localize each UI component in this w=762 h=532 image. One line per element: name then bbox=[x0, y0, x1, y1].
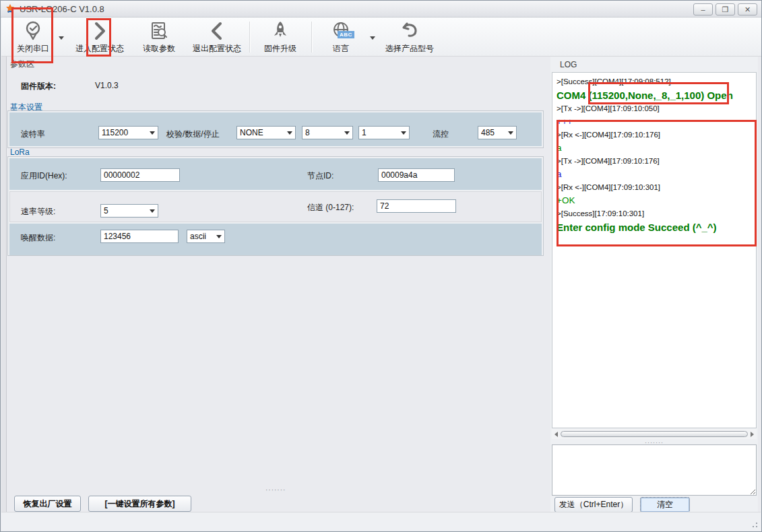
toolbar: 关闭串口 进入配置状态 读取参数 bbox=[1, 18, 762, 57]
restore-factory-button[interactable]: 恢复出厂设置 bbox=[14, 496, 81, 512]
language-button[interactable]: ABC 语言 bbox=[323, 19, 358, 55]
baud-rate-value: 115200 bbox=[102, 128, 147, 137]
enter-config-button[interactable]: 进入配置状态 bbox=[71, 19, 128, 55]
close-button[interactable]: ✕ bbox=[738, 3, 757, 15]
baud-rate-label: 波特率 bbox=[21, 129, 45, 140]
parity-select[interactable]: NONE bbox=[236, 126, 296, 139]
log-panel-title: LOG bbox=[550, 57, 758, 72]
resize-grip[interactable] bbox=[750, 520, 758, 528]
abc-badge: ABC bbox=[338, 31, 354, 38]
lora-row-2 bbox=[9, 191, 542, 222]
parity-data-stop-label: 校验/数据/停止 bbox=[166, 129, 220, 140]
toolbar-button-label: 关闭串口 bbox=[17, 43, 49, 55]
firmware-version-label: 固件版本: bbox=[21, 81, 56, 92]
app-logo-icon bbox=[5, 3, 15, 14]
send-button[interactable]: 发送（Ctrl+Enter） bbox=[554, 497, 633, 512]
node-id-label: 节点ID: bbox=[307, 170, 334, 182]
select-model-button[interactable]: 选择产品型号 bbox=[379, 19, 441, 55]
log-line: >[Success][COM4][17:09:08:512] bbox=[557, 77, 756, 86]
log-line: a bbox=[557, 143, 756, 153]
chevron-left-icon bbox=[208, 20, 226, 42]
channel-input[interactable] bbox=[377, 199, 456, 213]
flow-control-select[interactable]: 485 bbox=[478, 126, 517, 139]
serial-pin-check-icon bbox=[24, 20, 42, 42]
node-id-input[interactable] bbox=[378, 168, 455, 182]
parity-value: NONE bbox=[240, 128, 284, 137]
close-serial-button[interactable]: 关闭串口 bbox=[11, 19, 55, 55]
log-line: +++ bbox=[557, 117, 756, 127]
wake-format-select[interactable]: ascii bbox=[187, 230, 225, 243]
rate-level-select[interactable]: 5 bbox=[100, 204, 158, 218]
chevron-down-icon bbox=[344, 131, 350, 135]
baud-rate-select[interactable]: 115200 bbox=[98, 126, 158, 139]
window-title: USR-LG206-C V1.0.8 bbox=[20, 4, 104, 14]
log-line: COM4 (115200,None,_8,_1,100) Open bbox=[557, 90, 756, 101]
chevron-down-icon bbox=[508, 131, 513, 135]
serial-dropdown-caret[interactable] bbox=[59, 36, 64, 40]
chevron-down-icon bbox=[287, 131, 292, 135]
rate-level-label: 速率等级: bbox=[21, 206, 55, 218]
firmware-upgrade-button[interactable]: 固件升级 bbox=[260, 19, 300, 55]
chevron-down-icon bbox=[216, 235, 222, 238]
scroll-right-icon[interactable] bbox=[751, 432, 754, 437]
lora-section-label: LoRa bbox=[10, 147, 30, 157]
rocket-icon bbox=[272, 20, 289, 42]
set-all-params-button[interactable]: [一键设置所有参数] bbox=[88, 496, 191, 512]
data-bits-value: 8 bbox=[305, 128, 342, 137]
app-id-input[interactable] bbox=[100, 168, 180, 182]
exit-config-button[interactable]: 退出配置状态 bbox=[189, 19, 245, 55]
log-button-row: 发送（Ctrl+Enter） 清空 bbox=[552, 497, 757, 513]
log-line: >[Tx ->][COM4][17:09:10:176] bbox=[557, 157, 756, 165]
globe-abc-icon: ABC bbox=[331, 20, 350, 42]
chevron-down-icon bbox=[150, 209, 155, 213]
minimize-button[interactable]: – bbox=[693, 3, 713, 15]
read-params-button[interactable]: 读取参数 bbox=[139, 19, 179, 55]
app-window: USR-LG206-C V1.0.8 – ❐ ✕ 关闭串口 bbox=[0, 0, 762, 532]
log-line: +OK bbox=[557, 195, 756, 205]
stop-bits-select[interactable]: 1 bbox=[358, 126, 410, 139]
scroll-left-icon[interactable] bbox=[554, 432, 558, 437]
language-dropdown-caret[interactable] bbox=[370, 36, 375, 40]
toolbar-button-label: 进入配置状态 bbox=[75, 43, 124, 55]
wake-data-label: 唤醒数据: bbox=[21, 232, 55, 244]
scrollbar-thumb[interactable] bbox=[561, 431, 748, 437]
wake-format-value: ascii bbox=[190, 232, 214, 241]
toolbar-button-label: 退出配置状态 bbox=[193, 43, 241, 55]
data-bits-select[interactable]: 8 bbox=[302, 126, 353, 139]
left-splitter-strip[interactable] bbox=[1, 57, 7, 531]
maximize-button[interactable]: ❐ bbox=[716, 3, 735, 15]
stop-bits-value: 1 bbox=[362, 128, 398, 137]
lora-row-3 bbox=[9, 224, 542, 255]
log-panel: LOG >[Success][COM4][17:09:08:512] COM4 … bbox=[550, 57, 758, 512]
toolbar-separator bbox=[311, 22, 312, 53]
left-splitter-dots[interactable]: ······· bbox=[265, 486, 286, 494]
chevron-down-icon bbox=[401, 131, 406, 135]
firmware-version-value: V1.0.3 bbox=[95, 81, 119, 90]
flow-control-value: 485 bbox=[481, 128, 505, 137]
send-input[interactable] bbox=[552, 444, 757, 496]
clear-button[interactable]: 清空 bbox=[640, 497, 690, 512]
log-line: a bbox=[557, 169, 756, 179]
log-line: >[Rx <-][COM4][17:09:10:301] bbox=[557, 183, 756, 191]
toolbar-button-label: 固件升级 bbox=[264, 43, 296, 55]
channel-label: 信道 (0-127): bbox=[307, 202, 354, 213]
log-line: >[Tx ->][COM4][17:09:10:050] bbox=[557, 104, 756, 112]
lora-row-1 bbox=[9, 158, 542, 190]
toolbar-separator bbox=[249, 22, 250, 53]
params-section-title: 参数区 bbox=[10, 59, 34, 70]
undo-arrow-icon bbox=[400, 20, 419, 42]
log-line: >[Success][17:09:10:301] bbox=[557, 209, 756, 218]
toolbar-button-label: 语言 bbox=[333, 43, 349, 55]
toolbar-button-label: 读取参数 bbox=[143, 43, 175, 55]
title-bar[interactable]: USR-LG206-C V1.0.8 – ❐ ✕ bbox=[1, 1, 761, 18]
log-line: Enter config mode Succeed (^_^) bbox=[557, 222, 756, 233]
toolbar-button-label: 选择产品型号 bbox=[385, 43, 434, 55]
rate-level-value: 5 bbox=[104, 206, 147, 215]
log-horizontal-scrollbar[interactable] bbox=[552, 429, 757, 439]
wake-data-input[interactable] bbox=[100, 230, 179, 243]
log-view[interactable]: >[Success][COM4][17:09:08:512] COM4 (115… bbox=[552, 72, 757, 428]
chevron-right-icon bbox=[91, 20, 108, 42]
lora-group bbox=[7, 156, 544, 256]
doc-magnifier-icon bbox=[149, 20, 169, 42]
app-id-label: 应用ID(Hex): bbox=[21, 170, 67, 182]
